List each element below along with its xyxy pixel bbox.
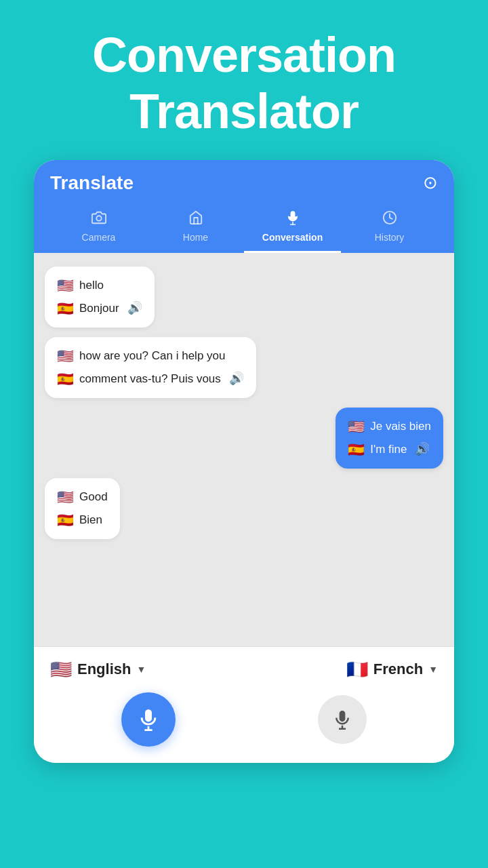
hero-line1: Conversation xyxy=(0,27,488,83)
app-card: Translate ⊙ Camera xyxy=(34,160,454,763)
flag-us-4: 🇺🇸 xyxy=(57,488,74,507)
flag-english: 🇺🇸 xyxy=(50,659,72,680)
svg-rect-8 xyxy=(340,711,345,721)
mic-button-right[interactable] xyxy=(318,695,367,744)
hero-title: Conversation Translator xyxy=(0,0,488,160)
hero-line2: Translator xyxy=(0,83,488,140)
home-icon xyxy=(188,210,203,229)
conversation-area: 🇺🇸 hello 🇪🇸 Bonjour 🔊 🇺🇸 how are you? Ca… xyxy=(34,253,454,646)
chevron-right: ▼ xyxy=(428,664,438,675)
camera-icon xyxy=(92,210,106,229)
mic-tab-icon xyxy=(285,210,300,229)
flag-es-4: 🇪🇸 xyxy=(57,511,74,530)
settings-icon[interactable]: ⊙ xyxy=(423,172,438,193)
mic-icon-right xyxy=(332,709,352,730)
flag-us-1: 🇺🇸 xyxy=(57,276,74,295)
message-2: 🇺🇸 how are you? Can i help you 🇪🇸 commen… xyxy=(45,337,256,398)
tab-history[interactable]: History xyxy=(341,205,438,253)
tab-history-label: History xyxy=(375,232,405,243)
msg-2-line2-text: comment vas-tu? Puis vous xyxy=(79,371,221,387)
flag-french: 🇫🇷 xyxy=(346,659,368,680)
flag-es-2: 🇪🇸 xyxy=(57,370,74,389)
message-4: 🇺🇸 Good 🇪🇸 Bien xyxy=(45,478,120,539)
tab-conversation[interactable]: Conversation xyxy=(244,205,341,253)
msg-4-line2-text: Bien xyxy=(79,512,102,528)
chevron-left: ▼ xyxy=(136,664,146,675)
speaker-icon-1[interactable]: 🔊 xyxy=(127,300,142,317)
mic-button-left[interactable] xyxy=(121,692,176,747)
tab-conversation-label: Conversation xyxy=(262,232,323,243)
message-3: 🇺🇸 Je vais bien 🇪🇸 I'm fine 🔊 xyxy=(336,408,443,469)
speaker-icon-2[interactable]: 🔊 xyxy=(229,370,244,387)
flag-es-3: 🇪🇸 xyxy=(348,440,365,459)
message-1: 🇺🇸 hello 🇪🇸 Bonjour 🔊 xyxy=(45,267,155,328)
lang-left-label: English xyxy=(77,660,131,678)
svg-point-0 xyxy=(96,216,101,220)
history-icon xyxy=(382,210,397,229)
app-title: Translate xyxy=(50,172,134,194)
tab-home[interactable]: Home xyxy=(147,205,244,253)
msg-1-line2-text: Bonjour xyxy=(79,300,119,317)
msg-3-line1-text: Je vais bien xyxy=(370,418,431,435)
lang-right-label: French xyxy=(373,660,423,678)
mic-icon-left xyxy=(137,708,160,731)
msg-3-line2-text: I'm fine xyxy=(370,441,407,458)
bottom-bar: 🇺🇸 English ▼ 🇫🇷 French ▼ xyxy=(34,646,454,763)
flag-es-1: 🇪🇸 xyxy=(57,299,74,318)
svg-rect-5 xyxy=(146,709,152,721)
nav-tabs: Camera Home xyxy=(50,205,438,253)
flag-us-2: 🇺🇸 xyxy=(57,347,74,366)
msg-4-line1-text: Good xyxy=(79,489,108,505)
lang-left-selector[interactable]: 🇺🇸 English ▼ xyxy=(50,659,146,680)
flag-us-3: 🇺🇸 xyxy=(348,417,365,436)
tab-camera-label: Camera xyxy=(82,232,116,243)
tab-camera[interactable]: Camera xyxy=(50,205,147,253)
app-header: Translate ⊙ Camera xyxy=(34,160,454,253)
mic-row xyxy=(50,692,438,747)
tab-home-label: Home xyxy=(183,232,208,243)
speaker-icon-3[interactable]: 🔊 xyxy=(415,441,430,458)
msg-2-line1-text: how are you? Can i help you xyxy=(79,348,225,364)
msg-1-line1-text: hello xyxy=(79,277,104,294)
lang-right-selector[interactable]: 🇫🇷 French ▼ xyxy=(346,659,438,680)
language-row: 🇺🇸 English ▼ 🇫🇷 French ▼ xyxy=(50,659,438,680)
